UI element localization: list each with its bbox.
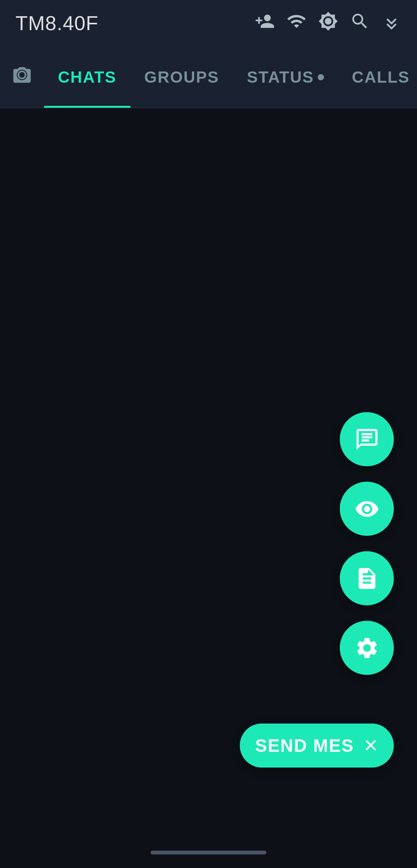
- status-bar: TM8.40F: [0, 0, 417, 46]
- document-fab-button[interactable]: [340, 551, 394, 605]
- wifi-icon: [286, 11, 307, 36]
- status-bar-left: TM8.40F: [15, 12, 98, 35]
- tab-bar: CHATS GROUPS STATUS CALLS: [0, 46, 417, 108]
- tab-chats[interactable]: CHATS: [44, 46, 131, 108]
- brightness-icon[interactable]: [318, 11, 338, 36]
- add-contact-icon[interactable]: [255, 11, 275, 36]
- overflow-icon[interactable]: [381, 11, 402, 36]
- send-message-label: SEND MES: [255, 735, 354, 756]
- document-icon: [354, 566, 380, 591]
- send-message-action[interactable]: SEND MES ✕: [240, 724, 394, 768]
- status-bar-time: TM8.40F: [15, 12, 98, 35]
- home-indicator: [0, 837, 417, 868]
- status-bar-icons: [255, 11, 402, 36]
- tabs: CHATS GROUPS STATUS CALLS: [44, 46, 417, 108]
- message-flag-icon: [354, 427, 380, 452]
- fab-container: [340, 412, 394, 675]
- tab-groups[interactable]: GROUPS: [131, 46, 233, 108]
- search-icon[interactable]: [350, 11, 370, 36]
- tab-calls[interactable]: CALLS: [338, 46, 417, 108]
- close-icon[interactable]: ✕: [363, 735, 378, 756]
- main-content: SEND MES ✕: [0, 108, 417, 837]
- status-dot: [318, 74, 324, 80]
- eye-icon: [354, 496, 380, 521]
- camera-icon[interactable]: [12, 65, 32, 90]
- message-fab-button[interactable]: [340, 412, 394, 466]
- home-bar: [151, 851, 266, 854]
- eye-fab-button[interactable]: [340, 482, 394, 536]
- tab-status[interactable]: STATUS: [233, 46, 338, 108]
- settings-icon: [354, 635, 380, 661]
- settings-fab-button[interactable]: [340, 621, 394, 675]
